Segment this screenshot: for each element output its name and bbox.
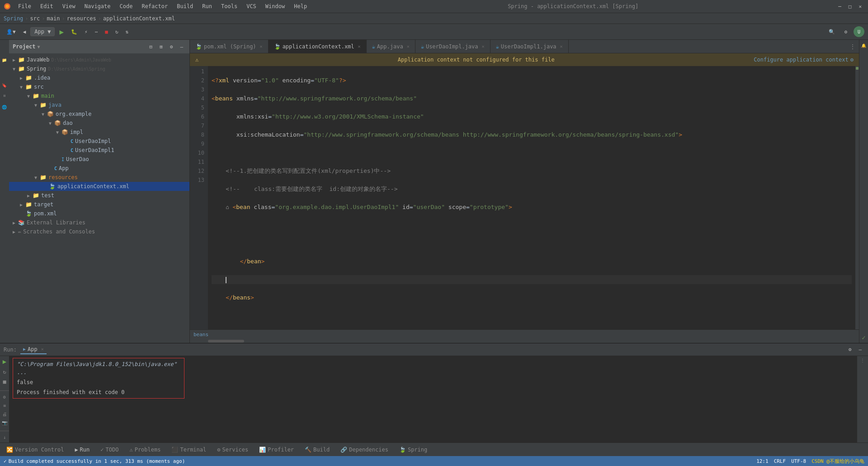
tree-main[interactable]: ▼ 📁 main xyxy=(9,91,189,100)
bookmarks-icon[interactable]: 🔖 xyxy=(0,81,9,89)
tab-appjava[interactable]: ☕ App.java ✕ xyxy=(367,40,415,53)
spring-btn[interactable]: 🍃 Spring xyxy=(396,446,430,454)
services-btn[interactable]: ⚙ Services xyxy=(214,446,251,454)
menu-window[interactable]: Window xyxy=(262,2,288,10)
toolbar-avatar[interactable]: U xyxy=(854,26,864,37)
search-everywhere-btn[interactable]: 🔍 xyxy=(826,28,838,36)
userdaoimpl-tab-close[interactable]: ✕ xyxy=(482,44,485,49)
tree-userdaoimpl1[interactable]: C UserDaoImpl1 xyxy=(9,146,189,155)
pom-tab-close[interactable]: ✕ xyxy=(260,44,263,49)
tree-external-libraries[interactable]: ▶ 📚 External Libraries xyxy=(9,218,189,227)
run-play-icon[interactable]: ▶ xyxy=(3,358,6,365)
menu-tools[interactable]: Tools xyxy=(217,2,241,10)
coverage-button[interactable]: ⚡ xyxy=(82,28,90,36)
menu-view[interactable]: View xyxy=(59,2,79,10)
breadcrumb-resources[interactable]: resources xyxy=(67,15,96,22)
userdaoimpl1-tab-close[interactable]: ✕ xyxy=(560,44,563,49)
tree-applicationcontext[interactable]: 🍃 applicationContext.xml xyxy=(9,182,189,191)
horizontal-scrollbar[interactable] xyxy=(190,339,859,343)
menu-navigate[interactable]: Navigate xyxy=(81,2,114,10)
toolbar-more[interactable]: ⋯ xyxy=(92,28,101,36)
tab-userdaoimpl1[interactable]: ☕ UserDaoImpl1.java ✕ xyxy=(491,40,569,53)
toolbar-sync[interactable]: ⇅ xyxy=(123,28,132,36)
close-btn[interactable]: ✕ xyxy=(856,2,864,11)
breadcrumb-src[interactable]: src xyxy=(30,15,40,22)
code-content[interactable]: <?xml version="1.0" encoding="UTF-8"?> <… xyxy=(208,66,855,329)
tree-resources[interactable]: ▼ 📁 resources xyxy=(9,173,189,182)
structure-icon[interactable]: ≡ xyxy=(1,92,8,100)
menu-build[interactable]: Build xyxy=(173,2,197,10)
tab-userdaoimpl[interactable]: ☕ UserDaoImpl.java ✕ xyxy=(415,40,491,53)
toolbar-refresh[interactable]: ↻ xyxy=(113,28,121,36)
project-icon[interactable]: 📁 xyxy=(0,42,9,78)
debug-button[interactable]: 🐛 xyxy=(68,28,80,36)
web-icon[interactable]: 🌐 xyxy=(1,103,8,110)
run-tab-close[interactable]: ✕ xyxy=(41,347,44,352)
app-selector[interactable]: App ▼ xyxy=(30,27,55,36)
tree-target[interactable]: ▶ 📁 target xyxy=(9,200,189,209)
dependencies-btn[interactable]: 🔗 Dependencies xyxy=(338,446,391,454)
version-control-btn[interactable]: 🔀 Version Control xyxy=(4,446,66,454)
tree-impl[interactable]: ▼ 📦 impl xyxy=(9,128,189,137)
settings-btn[interactable]: ⚙ xyxy=(841,28,850,36)
tab-more-btn[interactable]: ⋮ xyxy=(846,43,859,50)
run-more-icon[interactable]: ⋮ xyxy=(860,358,865,363)
breadcrumb-main[interactable]: main xyxy=(47,15,60,22)
tree-userdaoimpl[interactable]: C UserDaoImpl xyxy=(9,137,189,146)
toolbar-profile-btn[interactable]: 👤▼ xyxy=(4,28,19,36)
run-stop-icon[interactable]: ■ xyxy=(3,379,6,385)
build-btn[interactable]: 🔨 Build xyxy=(302,446,332,454)
run-tab-app[interactable]: ▶ App ✕ xyxy=(20,345,47,354)
run-camera-icon[interactable]: 📷 xyxy=(2,420,7,425)
app-tab-close[interactable]: ✕ xyxy=(407,44,410,49)
profiler-btn[interactable]: 📊 Profiler xyxy=(256,446,297,454)
menu-refactor[interactable]: Refactor xyxy=(138,2,171,10)
appcontext-tab-close[interactable]: ✕ xyxy=(358,44,361,49)
settings-icon[interactable]: ⚙ xyxy=(167,43,176,51)
breadcrumb-file[interactable]: applicationContext.xml xyxy=(103,15,175,22)
problems-btn[interactable]: ⚠ Problems xyxy=(127,446,163,454)
configure-link[interactable]: Configure application context ⚙ xyxy=(754,57,854,63)
tree-app[interactable]: C App xyxy=(9,164,189,173)
run-scroll-icon[interactable]: ↓ xyxy=(3,435,6,440)
run-filter-icon[interactable]: ≡ xyxy=(3,403,6,408)
run-settings-btn[interactable]: ⚙ xyxy=(846,345,854,354)
tree-idea[interactable]: ▶ 📁 .idea xyxy=(9,73,189,82)
todo-btn[interactable]: ✓ TODO xyxy=(98,446,121,454)
run-button[interactable]: ▶ xyxy=(57,26,66,38)
tree-userdao[interactable]: I UserDao xyxy=(9,155,189,164)
menu-code[interactable]: Code xyxy=(116,2,137,10)
notifications-icon[interactable]: 🔔 xyxy=(860,42,868,49)
tree-test[interactable]: ▶ 📁 test xyxy=(9,191,189,200)
menu-edit[interactable]: Edit xyxy=(37,2,57,10)
menu-help[interactable]: Help xyxy=(290,2,311,10)
scope-btn[interactable]: ⊞ xyxy=(157,43,165,51)
tree-scratches[interactable]: ▶ ✏️ Scratches and Consoles xyxy=(9,227,189,236)
tree-orgexample[interactable]: ▼ 📦 org.example xyxy=(9,109,189,119)
tab-pomxml[interactable]: 🍃 pom.xml (Spring) ✕ xyxy=(190,40,269,53)
menu-file[interactable]: File xyxy=(14,2,35,10)
run-settings-small-icon[interactable]: ⚙ xyxy=(3,395,6,399)
toolbar-nav-back[interactable]: ◀ xyxy=(20,28,29,36)
run-hide-btn[interactable]: — xyxy=(856,345,864,354)
tree-dao[interactable]: ▼ 📦 dao xyxy=(9,119,189,128)
tree-java[interactable]: ▼ 📁 java xyxy=(9,100,189,109)
menu-vcs[interactable]: VCS xyxy=(243,2,260,10)
scrollbar-thumb[interactable] xyxy=(208,340,244,342)
collapse-all-btn[interactable]: ⊟ xyxy=(147,43,156,51)
stop-button[interactable]: ■ xyxy=(102,28,111,36)
run-print-icon[interactable]: 🖨 xyxy=(2,412,7,417)
tree-javawebproject[interactable]: ▶ 📁 JavaWeb D:\Users\Admin\JavaWeb xyxy=(9,55,189,64)
run-rerun-icon[interactable]: ↻ xyxy=(3,369,6,375)
terminal-btn[interactable]: ⬛ Terminal xyxy=(169,446,209,454)
menu-run[interactable]: Run xyxy=(198,2,216,10)
breadcrumb-spring[interactable]: Spring xyxy=(4,15,23,22)
tree-pomxml[interactable]: 🍃 pom.xml xyxy=(9,209,189,218)
run-toolbar-btn[interactable]: ▶ Run xyxy=(72,446,92,454)
tree-src[interactable]: ▼ 📁 src xyxy=(9,82,189,91)
minimize-btn[interactable]: ─ xyxy=(835,2,844,11)
hide-panel-btn[interactable]: — xyxy=(177,43,186,51)
tab-applicationcontext[interactable]: 🍃 applicationContext.xml ✕ xyxy=(269,40,367,53)
maximize-btn[interactable]: □ xyxy=(846,2,854,11)
tree-springproject[interactable]: ▼ 📁 Spring D:\Users\Admin\Spring xyxy=(9,64,189,73)
